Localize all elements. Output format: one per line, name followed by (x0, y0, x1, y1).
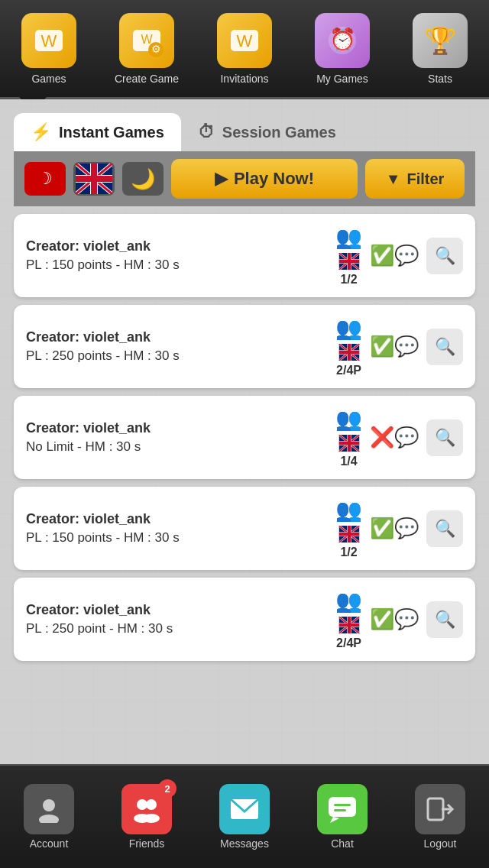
creator-label: Creator: (26, 329, 79, 345)
svg-rect-28 (338, 260, 358, 263)
svg-marker-73 (330, 817, 339, 823)
svg-rect-19 (76, 176, 112, 182)
svg-text:W: W (237, 31, 253, 50)
svg-rect-64 (338, 623, 358, 627)
chat-icon (317, 784, 368, 834)
card-info: Creator: violet_ank PL : 150 points - HM… (26, 511, 335, 546)
bottom-friends[interactable]: 2 Friends (105, 784, 189, 850)
svg-text:W: W (41, 31, 57, 50)
language-flag (337, 253, 361, 270)
card-info: Creator: violet_ank No Limit - HM : 30 s (26, 420, 335, 455)
messages-label: Messages (220, 837, 269, 850)
game-card[interactable]: Creator: violet_ank PL : 150 points - HM… (14, 214, 475, 297)
tab-instant-games[interactable]: ⚡ Instant Games (14, 113, 181, 151)
turkish-flag-button[interactable]: ☽ (24, 162, 66, 196)
uk-flag-button[interactable] (73, 162, 115, 196)
card-creator: Creator: violet_ank (26, 238, 335, 254)
creator-name: violet_ank (83, 511, 151, 526)
players-icon: 👥 (335, 225, 362, 250)
bottom-logout[interactable]: Logout (398, 784, 482, 850)
nav-games[interactable]: W Games (7, 13, 91, 85)
creator-label: Creator: (26, 238, 79, 254)
stats-icon: 🏆 (413, 13, 468, 68)
friends-icon: 2 (121, 784, 172, 834)
hm-value: - HM : 30 s (116, 257, 180, 272)
lightning-icon: ⚡ (31, 122, 51, 142)
player-count: 2/4P (336, 636, 361, 650)
game-card[interactable]: Creator: violet_ank PL : 150 points - HM… (14, 487, 475, 570)
chat-status-icon: ✅💬 (370, 335, 419, 358)
points-value: PL : 250 points (26, 348, 112, 363)
bottom-chat[interactable]: Chat (300, 784, 384, 850)
hm-value: - HM : 30 s (77, 439, 141, 454)
svg-rect-55 (338, 533, 358, 536)
players-icon: 👥 (335, 406, 362, 432)
creator-label: Creator: (26, 602, 79, 617)
card-players: 👥 1/4 (335, 406, 362, 468)
bottom-account[interactable]: Account (7, 784, 91, 850)
player-count: 2/4P (336, 364, 361, 377)
svg-rect-74 (334, 804, 351, 806)
create-game-label: Create Game (115, 73, 179, 85)
svg-rect-37 (338, 351, 358, 354)
creator-name: violet_ank (83, 238, 151, 254)
player-count: 1/2 (340, 546, 357, 559)
points-value: PL : 150 points (26, 530, 112, 545)
hm-value: - HM : 30 s (116, 348, 180, 363)
tab-session-games[interactable]: ⏱ Session Games (181, 113, 353, 151)
svg-point-66 (39, 815, 59, 823)
card-info: Creator: violet_ank PL : 250 points - HM… (26, 329, 335, 364)
games-icon: W (21, 13, 76, 68)
players-icon: 👥 (335, 497, 362, 523)
logout-label: Logout (424, 837, 457, 850)
join-search-button[interactable]: 🔍 (426, 238, 463, 274)
logout-icon (415, 784, 465, 834)
join-search-button[interactable]: 🔍 (426, 419, 463, 456)
card-players: 👥 2/4P (335, 588, 362, 650)
night-filter-button[interactable]: 🌙 (122, 162, 164, 196)
friends-badge: 2 (158, 779, 176, 798)
card-creator: Creator: violet_ank (26, 420, 335, 436)
account-icon (24, 784, 74, 834)
hm-value: - HM : 30 s (116, 530, 180, 545)
join-search-button[interactable]: 🔍 (426, 329, 463, 365)
language-flag (337, 617, 361, 633)
chat-label: Chat (331, 837, 354, 850)
creator-label: Creator: (26, 511, 79, 526)
nav-my-games[interactable]: ⏰ My Games (300, 13, 384, 85)
main-content: ⚡ Instant Games ⏱ Session Games ☽ (0, 99, 489, 764)
player-count: 1/4 (340, 455, 357, 468)
card-details: PL : 150 points - HM : 30 s (26, 530, 335, 546)
card-right: 👥 1/2 ✅💬 🔍 (335, 225, 463, 287)
card-players: 👥 1/2 (335, 225, 362, 287)
creator-name: violet_ank (83, 420, 151, 436)
creator-name: violet_ank (83, 329, 151, 345)
join-search-button[interactable]: 🔍 (426, 510, 463, 547)
svg-point-70 (143, 814, 160, 823)
bottom-navigation: Account 2 Friends Messages (0, 764, 489, 868)
account-label: Account (30, 837, 69, 850)
card-info: Creator: violet_ank PL : 150 points - HM… (26, 238, 335, 273)
svg-point-65 (43, 799, 55, 811)
language-flag (337, 344, 361, 361)
play-now-label: Play Now! (234, 169, 314, 189)
filter-button[interactable]: ▼ Filter (365, 159, 465, 199)
game-card[interactable]: Creator: violet_ank PL : 250 points - HM… (14, 305, 475, 388)
game-card[interactable]: Creator: violet_ank PL : 250 point - HM … (14, 578, 475, 661)
my-games-label: My Games (316, 73, 368, 85)
svg-text:⚙: ⚙ (151, 43, 161, 55)
game-card[interactable]: Creator: violet_ank No Limit - HM : 30 s… (14, 396, 475, 479)
play-now-button[interactable]: ▶ Play Now! (171, 159, 358, 199)
card-creator: Creator: violet_ank (26, 602, 335, 618)
language-flag (337, 435, 361, 452)
nav-stats[interactable]: 🏆 Stats (398, 13, 482, 85)
nav-create-game[interactable]: W ⚙ Create Game (105, 13, 189, 85)
tabs-container: ⚡ Instant Games ⏱ Session Games (14, 113, 475, 151)
card-details: No Limit - HM : 30 s (26, 439, 335, 455)
nav-invitations[interactable]: W Invitations (202, 13, 287, 85)
chat-status-icon: ✅💬 (370, 244, 419, 267)
filter-label: Filter (406, 170, 444, 188)
join-search-button[interactable]: 🔍 (426, 601, 463, 638)
bottom-messages[interactable]: Messages (202, 784, 287, 850)
svg-point-68 (146, 799, 157, 810)
